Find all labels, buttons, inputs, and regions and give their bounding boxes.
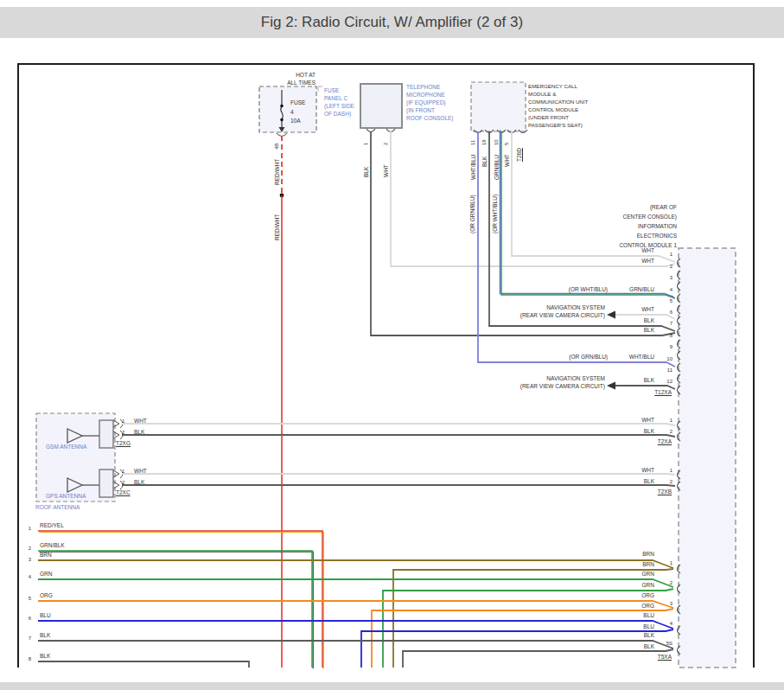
t12xa-wire-10: WHT/BLU [568,354,654,361]
harness-num-3: 3 [21,557,31,564]
red-wht-label-upper: RED/WHT [274,159,281,185]
harness-num-1: 1 [21,526,31,533]
t5xa-pin-4: 4 [653,621,672,628]
t5xa-wire-1b: BRN [568,561,654,568]
emergency-wire1-label: WHT/BLU [470,155,477,180]
harness-label-3: BRN [40,552,52,559]
t2xa-wire-2: BLK [568,428,654,435]
fuse-panel-name4: OF DASH) [324,111,351,118]
gsm-antenna-label: GSM ANTENNA [46,444,86,450]
emergency-pin-5: 5 [504,143,511,145]
t5xa-wire-2a: GRN [568,571,654,578]
nav-note-2-line2: (REAR VIEW CAMERA CIRCUIT) [467,383,605,390]
t12xa-pin-1: 1 [653,252,672,259]
fuse-pin-4b: 4B [274,144,281,150]
emergency-name5: (UNDER FRONT [528,114,569,121]
emergency-pin-11: 11 [470,140,477,145]
fuse-word: FUSE [290,99,305,106]
wire-blk-8 [38,661,249,668]
roof-antenna-label: ROOF ANTENNA [35,504,80,511]
roof-antenna-box [36,413,123,502]
gps-wire-1: WHT [134,468,147,475]
wiring-diagram-page: Fig 2: Radio Circuit, W/ Amplifier (2 of… [0,0,784,690]
emergency-name6: PASSENGER'S SEAT) [528,122,583,129]
t12xa-pin-8: 8 [653,333,672,340]
telephone-name5: ROOF CONSOLE) [406,115,454,122]
t12xa-wire-4: GRN/BLU [568,286,654,293]
harness-label-7: BLK [40,632,50,639]
harness-label-1: RED/YEL [40,522,64,529]
t12xa-pin-2: 2 [653,264,672,271]
emergency-name3: COMMUNICATION UNIT [528,99,588,105]
harness-label-4: GRN [40,571,52,578]
t12xa-pin-10: 10 [653,356,672,363]
t2xa-pin-1: 1 [653,418,672,425]
telephone-wire2-label: WHT [383,164,390,177]
emergency-module-box [471,82,527,133]
harness-num-6: 6 [21,616,31,623]
telephone-pin2: 2 [383,143,390,145]
t12xa-pin-3: 3 [653,275,672,282]
gsm-pin-2: 2 [122,430,124,437]
telephone-pin1: 1 [363,143,370,145]
emergency-wire4-label: WHT [504,154,511,167]
t12xa-pin-4: 4 [653,287,672,294]
emergency-alt1-label: (OR GRN/BLU) [469,195,476,233]
t2xb-wire-1: WHT [568,467,654,474]
telephone-name4: (IN FRONT [406,107,435,114]
t12xa-wire-1b: WHT [568,258,654,265]
gsm-pin-1: 1 [122,418,124,425]
hot-at-label2: ALL TIMES [255,80,316,86]
fuse-panel-name: FUSE [324,87,339,94]
nav-note-1-line1: NAVIGATION SYSTEM [467,304,605,311]
gps-wire-2: BLK [134,479,144,486]
t12xa-pin-11: 11 [653,367,672,374]
gsm-wire-1: WHT [134,418,147,425]
telephone-microphone-box [360,84,402,132]
gps-pin-2: 2 [122,480,124,487]
t12xa-wire-1a: WHT [568,247,654,254]
t5xa-wire-2b: GRN [568,582,654,589]
t5xa-pin-3: 3 [653,601,672,608]
t5xa-wire-5a: BLK [568,632,654,639]
t2xb-wire-2: BLK [568,478,654,485]
fuse-connector-cup [277,133,287,137]
t2xa-wire-1: WHT [568,417,654,424]
fuse-rating: 10A [290,118,301,125]
emergency-wire3-label: GRN/BLU [494,155,500,180]
harness-label-2: GRN/BLK [40,542,65,549]
connector-t26d: T26D [516,148,523,162]
fuse-number: 4 [290,109,294,116]
module1-name3: INFORMATION [590,223,677,230]
t12xa-pin-9: 9 [653,344,672,351]
nav-note-2-line1: NAVIGATION SYSTEM [467,375,605,382]
t5xa-wire-3a: ORG [568,592,654,599]
harness-num-7: 7 [21,636,31,642]
harness-label-8: BLK [40,653,50,660]
hot-at-label: HOT AT [255,72,316,79]
telephone-name3: (IF EQUIPPED) [406,99,446,106]
t5xa-pin-1: 1 [653,560,672,567]
connector-t2xg: T2XG [116,440,131,447]
emergency-pin-10: 10 [494,139,500,145]
connector-t12xa: T12XA [602,389,672,396]
harness-label-6: BLU [40,612,51,619]
t12xa-pin-5: 5 [653,298,672,305]
emergency-alt3-label: (OR WHT/BLU) [492,195,499,233]
t2xa-pin-2: 2 [653,429,672,436]
gps-antenna-label: GPS ANTENNA [46,493,86,500]
module1-name2: CENTER CONSOLE) [590,214,677,220]
telephone-wire1-label: BLK [363,167,370,177]
connector-t2xb: T2XB [602,489,672,495]
harness-num-4: 4 [21,574,31,581]
wire-grn-blk [38,551,313,668]
t5xa-wire-1a: BRN [568,551,654,558]
red-wht-label-lower: RED/WHT [274,214,281,240]
emergency-name: EMERGENCY CALL [528,83,577,90]
t12xa-wire-7b: BLK [568,327,654,334]
harness-label-5: ORG [40,592,53,599]
gsm-wire-2: BLK [134,429,144,436]
module1-name4: ELECTRONICS [590,233,677,240]
connector-t2xc: T2XC [116,489,131,496]
nav-note-1-line2: (REAR VIEW CAMERA CIRCUIT) [467,312,605,319]
